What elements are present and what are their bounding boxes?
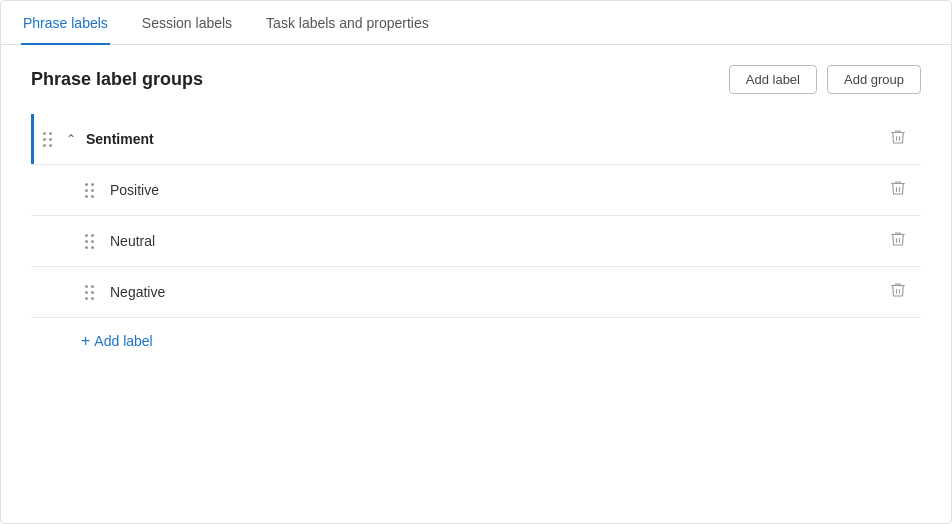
add-group-button[interactable]: Add group [827,65,921,94]
header-buttons: Add label Add group [729,65,921,94]
label-name-neutral: Neutral [110,233,883,249]
add-label-link-text: Add label [94,333,152,349]
drag-dots-icon [43,132,52,147]
tab-phrase-labels[interactable]: Phrase labels [21,1,110,45]
label-drag-handle-neutral[interactable] [81,232,98,251]
label-delete-icon-positive[interactable] [883,177,913,203]
tabs-bar: Phrase labels Session labels Task labels… [1,1,951,45]
label-name-positive: Positive [110,182,883,198]
group-name: Sentiment [86,131,883,147]
tab-session-labels[interactable]: Session labels [140,1,234,45]
add-label-button[interactable]: Add label [729,65,817,94]
label-delete-icon-neutral[interactable] [883,228,913,254]
label-row-positive: Positive [31,165,921,216]
main-container: Phrase labels Session labels Task labels… [0,0,952,524]
plus-icon: + [81,332,90,350]
add-label-link[interactable]: + Add label [31,318,921,364]
content-area: Phrase label groups Add label Add group … [1,45,951,384]
section-title: Phrase label groups [31,69,203,90]
label-drag-handle-positive[interactable] [81,181,98,200]
section-header: Phrase label groups Add label Add group [31,65,921,94]
tab-task-labels[interactable]: Task labels and properties [264,1,431,45]
label-name-negative: Negative [110,284,883,300]
label-delete-icon-negative[interactable] [883,279,913,305]
label-row-neutral: Neutral [31,216,921,267]
label-drag-handle-negative[interactable] [81,283,98,302]
chevron-up-icon[interactable]: ⌃ [62,130,80,148]
group-row-sentiment: ⌃ Sentiment [31,114,921,165]
group-drag-handle[interactable] [39,130,56,149]
group-delete-icon[interactable] [883,126,913,152]
label-row-negative: Negative [31,267,921,318]
